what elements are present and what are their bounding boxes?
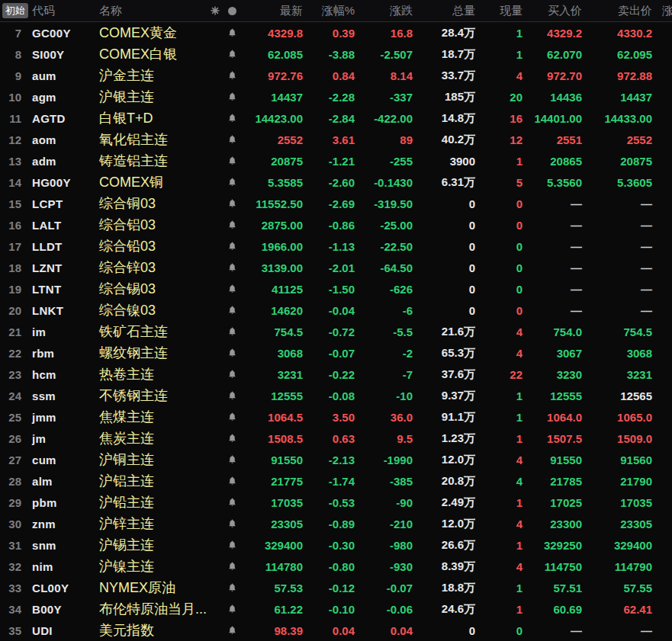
table-row[interactable]: 11AGTD白银T+D 14423.00-2.84-422.0014.8万161… bbox=[0, 107, 672, 129]
alert-bell-icon[interactable] bbox=[221, 390, 243, 401]
change-amount: -6 bbox=[357, 304, 415, 317]
alert-bell-icon[interactable] bbox=[221, 369, 243, 380]
alert-bell-icon[interactable] bbox=[221, 454, 243, 465]
alert-bell-icon[interactable] bbox=[221, 518, 243, 529]
alert-bell-icon[interactable] bbox=[221, 262, 243, 273]
table-row[interactable]: 18LZNT综合锌03 3139.00-2.01-64.5000—— bbox=[0, 257, 672, 278]
current-volume: 4 bbox=[477, 69, 525, 82]
current-volume: 1 bbox=[477, 48, 525, 61]
name: 沪铅主连 bbox=[95, 493, 221, 511]
alert-bell-icon[interactable] bbox=[221, 326, 243, 337]
alert-bell-icon[interactable] bbox=[221, 433, 243, 444]
table-row[interactable]: 17LLDT综合铅03 1966.00-1.13-22.5000—— bbox=[0, 236, 672, 257]
table-row[interactable]: 7GC00YCOMEX黄金 4329.80.3916.828.4万14329.2… bbox=[0, 22, 672, 43]
code: nim bbox=[27, 560, 95, 573]
table-row[interactable]: 10agm沪银主连 14437-2.28-337185万201443614437 bbox=[0, 86, 672, 107]
table-row[interactable]: 21im铁矿石主连 754.5-0.72-5.521.6万4754.0754.5 bbox=[0, 321, 672, 342]
current-volume: 0 bbox=[477, 283, 525, 296]
table-row[interactable]: 26jm焦炭主连 1508.50.639.51.23万11507.51509.0 bbox=[0, 428, 672, 449]
alert-bell-icon[interactable] bbox=[221, 497, 243, 508]
initial-tab-label[interactable]: 初始 bbox=[2, 3, 28, 18]
alert-bell-icon[interactable] bbox=[221, 284, 243, 294]
row-number: 20 bbox=[0, 304, 27, 317]
table-row[interactable]: 32nim沪镍主连 114780-0.80-9308.39万4114750114… bbox=[0, 556, 672, 577]
column-header-vol[interactable]: 总量 bbox=[415, 4, 477, 18]
table-row[interactable]: 28alm沪铝主连 21775-1.74-38520.8万42178521790 bbox=[0, 470, 672, 492]
table-row[interactable]: 29pbm沪铅主连 17035-0.53-902.49万11702517035 bbox=[0, 492, 672, 513]
total-volume: 65.3万 bbox=[415, 346, 477, 361]
alert-bell-icon[interactable] bbox=[221, 27, 243, 38]
ask-price: 62.095 bbox=[584, 48, 654, 61]
table-row[interactable]: 27cum沪铜主连 91550-2.13-199012.0万4915509156… bbox=[0, 449, 672, 470]
row-number: 16 bbox=[0, 219, 27, 232]
alert-bell-icon[interactable] bbox=[221, 348, 243, 358]
alert-bell-icon[interactable] bbox=[221, 134, 243, 145]
alert-bell-icon[interactable] bbox=[221, 241, 243, 252]
change-percent: -1.21 bbox=[305, 155, 357, 168]
name: 铁矿石主连 bbox=[95, 322, 221, 341]
alert-bell-icon[interactable] bbox=[221, 412, 243, 422]
current-volume: 20 bbox=[477, 91, 525, 104]
column-header-name[interactable]: 名称 bbox=[95, 4, 221, 18]
change-percent: -1.74 bbox=[305, 475, 357, 488]
table-row[interactable]: 19LTNT综合锡03 41125-1.50-62600—— bbox=[0, 278, 672, 300]
alert-bell-icon[interactable] bbox=[221, 220, 243, 230]
current-volume: 1 bbox=[477, 411, 525, 424]
table-row[interactable]: 9aum沪金主连 972.760.848.1433.7万4972.70972.8… bbox=[0, 65, 672, 86]
table-row[interactable]: 25jmm焦煤主连 1064.53.5036.091.1万11064.01065… bbox=[0, 406, 672, 428]
ask-price: 114790 bbox=[584, 560, 654, 573]
table-row[interactable]: 20LNKT综合镍03 14620-0.04-600—— bbox=[0, 300, 672, 321]
alert-bell-icon[interactable] bbox=[221, 305, 243, 316]
alert-bell-icon[interactable] bbox=[221, 540, 243, 550]
alert-bell-icon[interactable] bbox=[221, 49, 243, 59]
column-header-name-label[interactable]: 名称 bbox=[99, 4, 122, 18]
table-row[interactable]: 16LALT综合铝03 2875.00-0.86-25.0000—— bbox=[0, 214, 672, 236]
change-amount: -0.06 bbox=[357, 603, 415, 616]
status-dot-icon[interactable] bbox=[228, 7, 236, 15]
column-header-buy[interactable]: 买入价 bbox=[525, 4, 584, 18]
column-header-alerts[interactable] bbox=[221, 7, 243, 15]
table-row[interactable]: 22rbm螺纹钢主连 3068-0.07-265.3万430673068 bbox=[0, 342, 672, 364]
alert-bell-icon[interactable] bbox=[221, 177, 243, 187]
alert-bell-icon[interactable] bbox=[221, 561, 243, 572]
column-header-extra[interactable]: 涨 bbox=[654, 4, 672, 18]
column-header-chg[interactable]: 涨跌 bbox=[357, 4, 415, 18]
column-header-sell[interactable]: 卖出价 bbox=[584, 4, 654, 18]
column-header-code[interactable]: 代码 bbox=[27, 4, 95, 18]
code: CL00Y bbox=[27, 582, 95, 595]
table-row[interactable]: 31snm沪锡主连 329400-0.30-98026.6万1329250329… bbox=[0, 534, 672, 556]
alert-bell-icon[interactable] bbox=[221, 582, 243, 593]
ask-price: — bbox=[584, 240, 654, 253]
alert-bell-icon[interactable] bbox=[221, 198, 243, 209]
table-row[interactable]: 12aom氧化铝主连 25523.618940.2万1225512552 bbox=[0, 129, 672, 150]
table-row[interactable]: 8SI00YCOMEX白银 62.085-3.88-2.50718.7万162.… bbox=[0, 43, 672, 65]
table-row[interactable]: 35UDI美元指数 98.390.040.0400—— bbox=[0, 620, 672, 641]
settings-sun-icon[interactable] bbox=[211, 5, 220, 18]
alert-bell-icon[interactable] bbox=[221, 91, 243, 102]
column-header-cur[interactable]: 现量 bbox=[477, 4, 525, 18]
alert-bell-icon[interactable] bbox=[221, 604, 243, 614]
table-row[interactable]: 23hcm热卷主连 3231-0.22-737.6万2232303231 bbox=[0, 364, 672, 385]
alert-bell-icon[interactable] bbox=[221, 476, 243, 486]
alert-bell-icon[interactable] bbox=[221, 70, 243, 81]
alert-bell-icon[interactable] bbox=[221, 155, 243, 166]
table-row[interactable]: 34B00Y布伦特原油当月... 61.22-0.10-0.0624.6万160… bbox=[0, 598, 672, 620]
table-row[interactable]: 14HG00YCOMEX铜 5.3585-2.60-0.14306.31万55.… bbox=[0, 171, 672, 193]
table-row[interactable]: 30znm沪锌主连 23305-0.89-21012.0万42330023305 bbox=[0, 513, 672, 534]
alert-bell-icon[interactable] bbox=[221, 113, 243, 123]
column-header-pct[interactable]: 涨幅% bbox=[305, 4, 357, 18]
name: 氧化铝主连 bbox=[95, 130, 221, 149]
name: 布伦特原油当月... bbox=[95, 600, 221, 618]
total-volume: 0 bbox=[415, 219, 477, 232]
table-row[interactable]: 33CL00YNYMEX原油 57.53-0.12-0.0718.8万157.5… bbox=[0, 577, 672, 598]
initial-tab[interactable]: 初始 bbox=[0, 3, 27, 18]
alert-bell-icon[interactable] bbox=[221, 625, 243, 636]
table-row[interactable]: 15LCPT综合铜03 11552.50-2.69-319.5000—— bbox=[0, 193, 672, 214]
change-amount: 9.5 bbox=[357, 432, 415, 445]
column-header-latest[interactable]: 最新 bbox=[243, 4, 305, 18]
change-amount: -255 bbox=[357, 155, 415, 168]
total-volume: 40.2万 bbox=[415, 133, 477, 147]
table-row[interactable]: 24ssm不锈钢主连 12555-0.08-109.37万11255512565 bbox=[0, 385, 672, 406]
table-row[interactable]: 13adm铸造铝主连 20875-1.21-255390012086520875 bbox=[0, 150, 672, 171]
ask-price: 12565 bbox=[584, 389, 654, 402]
